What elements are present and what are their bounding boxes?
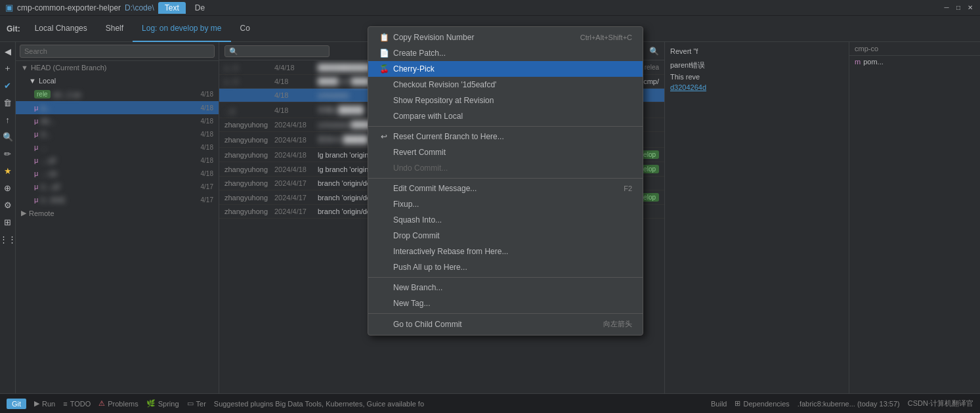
commit-group-label: HEAD (Current Branch) [31,64,107,72]
list-item[interactable]: μ de... 4/18 [16,114,219,127]
squash-label: Squash Into... [393,215,442,225]
menu-item-left: Checkout Revision '1d5eafcd' [379,80,496,89]
menu-item-squash[interactable]: Squash Into... [368,212,643,228]
nav-back-btn[interactable]: ◀ [1,45,14,58]
search-btn[interactable]: 🔍 [1,130,14,143]
menu-item-checkout[interactable]: Checkout Revision '1d5eafcd' [368,77,643,93]
fabric-status: .fabric8:kuberne... (today 13:57) [798,400,900,408]
menu-item-rebase[interactable]: Interactively Rebase from Here... [368,244,643,259]
term-status-item[interactable]: ▭ Ter [187,399,206,408]
tab-local-changes[interactable]: Local Changes [26,16,96,42]
menu-item-left: Fixup... [379,200,419,209]
remote-group-header[interactable]: ▶ Remote [16,206,219,220]
search2-icon[interactable]: 🔍 [649,47,659,56]
details-content: Revert "f parent错误 This reve d3204264d [665,42,849,393]
menu-item-cherry-pick[interactable]: 🍒 Cherry-Pick [368,61,643,77]
problems-status-item[interactable]: ⚠ Problems [98,399,138,408]
log-author: ...g [224,106,270,114]
revert-desc-text: This reve [670,73,700,81]
fabric-text: .fabric8:kuberne... (today 13:57) [798,400,900,408]
deps-status-item[interactable]: ⊞ Dependencies [735,399,789,408]
p-icon: μ [34,130,38,138]
spring-status-item[interactable]: 🌿 Spring [146,399,179,408]
menu-item-push-here[interactable]: Push All up to Here... [368,259,643,275]
expand-btn[interactable]: ⋮⋮ [1,232,14,246]
menu-item-left: Revert Commit [379,148,446,157]
list-item[interactable]: μ e...-pf 4/17 [16,180,219,193]
next-tab[interactable]: De [190,2,210,14]
close-btn[interactable]: ✕ [966,3,975,12]
reset-icon: ↩ [379,132,389,141]
commit-group-head: ▼ HEAD (Current Branch) [16,61,219,74]
menu-item-create-patch[interactable]: 📄 Create Patch... [368,45,643,61]
git-bottom-label[interactable]: Git [7,399,26,409]
log-date: 2024/4/18 [274,121,314,129]
git-label: Git: [7,24,20,33]
menu-item-fixup[interactable]: Fixup... [368,196,643,212]
menu-item-goto-child[interactable]: Go to Child Commit 向左箭头 [368,316,643,332]
minimize-btn[interactable]: ─ [942,3,951,12]
menu-item-copy-revision[interactable]: 📋 Copy Revision Number Ctrl+Alt+Shift+C [368,30,643,45]
commit-date: 4/18 [201,170,213,177]
maximize-btn[interactable]: □ [954,3,963,12]
add2-btn[interactable]: ⊕ [1,181,14,194]
menu-item-show-repo[interactable]: Show Repository at Revision [368,93,643,108]
menu-item-compare-local[interactable]: Compare with Local [368,108,643,124]
commit-date: 4/17 [201,183,213,190]
show-repo-label: Show Repository at Revision [393,96,494,105]
commit-search-input[interactable] [20,45,215,58]
log-date: 2024/4/18 [274,165,314,173]
list-item[interactable]: μ ...-pf 4/18 [16,154,219,167]
copy-icon: 📋 [379,33,389,42]
active-tab[interactable]: Text [158,2,186,14]
p-icon: μ [34,117,38,125]
menu-item-edit-msg[interactable]: Edit Commit Message... F2 [368,181,643,196]
tab-shelf[interactable]: Shelf [96,16,133,42]
push-btn[interactable]: ↑ [1,113,14,126]
p-icon: μ [34,183,38,190]
p-icon: μ [34,196,38,204]
menu-item-left: Go to Child Commit [379,320,462,329]
p-icon: μ [34,104,38,112]
log-author: zhangyuhong [224,136,270,144]
log-author: z...h [224,77,270,85]
menu-item-new-branch[interactable]: New Branch... [368,280,643,295]
edit-btn[interactable]: ✏ [1,147,14,160]
revert-hash-link[interactable]: d3204264d [670,83,706,91]
build-status-item[interactable]: Build [711,400,727,408]
git-status-item[interactable]: Git [7,399,26,409]
menu-item-reset-branch[interactable]: ↩ Reset Current Branch to Here... [368,129,643,144]
menu-item-revert[interactable]: Revert Commit [368,144,643,160]
file-tree-title: cmp-co [855,45,878,53]
list-item[interactable]: μ ...-se 4/18 [16,167,219,180]
settings-btn[interactable]: ⚙ [1,198,14,211]
layout-btn[interactable]: ⊞ [1,215,14,228]
add-btn[interactable]: ＋ [1,62,14,75]
list-item[interactable]: μ e...test( 4/17 [16,193,219,206]
problems-icon: ⚠ [98,399,105,408]
goto-child-label: Go to Child Commit [393,320,462,329]
list-item[interactable]: rele rel...1-se 4/18 [16,87,219,101]
commit-btn[interactable]: ✔ [1,79,14,92]
file-tree-header: cmp-co [849,42,980,56]
list-item[interactable]: μ d... 4/18 [16,127,219,141]
list-item[interactable]: μ a... 4/18 [16,101,219,114]
tab-co[interactable]: Co [231,16,259,42]
commit-local-group[interactable]: ▼ Local [16,74,219,87]
commit-date: 4/18 [201,131,213,138]
tab-log[interactable]: Log: on develop by me [133,16,230,42]
menu-item-left: New Branch... [379,283,442,292]
menu-item-new-tag[interactable]: New Tag... [368,295,643,311]
revert-desc: This reve [670,73,843,81]
run-status-item[interactable]: ▶ Run [34,399,55,408]
menu-separator-2 [368,178,643,179]
log-search-input[interactable] [224,45,330,57]
star-btn[interactable]: ★ [1,164,14,177]
list-item[interactable]: μ ... 4/18 [16,141,219,154]
menu-item-drop[interactable]: Drop Commit [368,228,643,244]
compare-local-label: Compare with Local [393,112,463,121]
delete-btn[interactable]: 🗑 [1,96,14,109]
todo-status-item[interactable]: ≡ TODO [63,400,91,408]
file-tree-item[interactable]: m pom... [849,56,980,68]
project-name: cmp-common-exporter-helper [17,3,121,12]
